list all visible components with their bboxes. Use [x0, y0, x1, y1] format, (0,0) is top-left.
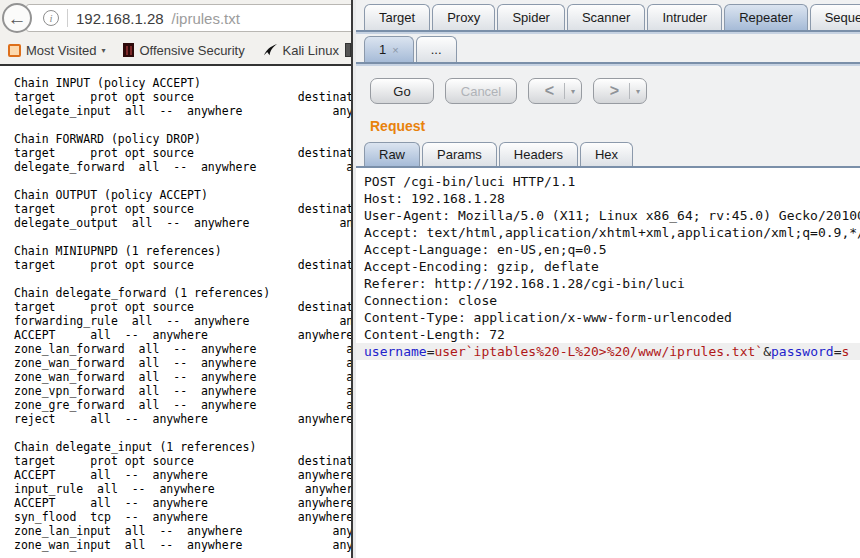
url-path: /iprules.txt — [172, 10, 240, 27]
tab-spider[interactable]: Spider — [497, 4, 565, 30]
go-button[interactable]: Go — [370, 78, 434, 104]
bookmarks-toolbar: Most Visited ▾ Offensive Security Kali L… — [0, 36, 351, 66]
request-headers-text[interactable]: POST /cgi-bin/luci HTTP/1.1 Host: 192.16… — [356, 168, 860, 343]
previous-arrow-icon: < — [535, 82, 564, 100]
tab-hex[interactable]: Hex — [580, 142, 633, 166]
chevron-down-icon: ▾ — [102, 46, 106, 55]
chevron-down-icon[interactable]: ▾ — [564, 83, 575, 99]
bookmark-label: Offensive Security — [139, 43, 244, 58]
offensive-security-icon — [123, 43, 134, 57]
bookmark-label: Most Visited — [26, 43, 97, 58]
bookmark-most-visited[interactable]: Most Visited ▾ — [8, 43, 106, 58]
bookmark-offensive-security[interactable]: Offensive Security — [123, 43, 244, 58]
tab-proxy[interactable]: Proxy — [432, 4, 495, 30]
iptables-page-text: Chain INPUT (policy ACCEPT) target prot … — [0, 66, 351, 558]
tab-repeater[interactable]: Repeater — [724, 4, 807, 30]
screen: ← i 192.168.1.28/iprules.txt Most Visite… — [0, 0, 860, 558]
url-separator — [67, 9, 68, 27]
repeater-tabbar: 1 × ... — [356, 36, 860, 64]
tab-intruder[interactable]: Intruder — [647, 4, 722, 30]
message-editor-tabbar: Raw Params Headers Hex — [356, 142, 860, 168]
bookmark-label: Kali Linux — [283, 43, 339, 58]
repeater-toolbar: Go Cancel < ▾ > ▾ — [356, 64, 860, 104]
next-arrow-icon: > — [600, 82, 629, 100]
firefox-window: ← i 192.168.1.28/iprules.txt Most Visite… — [0, 0, 353, 558]
url-bar[interactable]: i 192.168.1.28/iprules.txt — [26, 4, 351, 32]
request-body-text[interactable]: username=user`iptables%20-L%20>%20/www/i… — [356, 343, 860, 360]
request-editor[interactable]: POST /cgi-bin/luci HTTP/1.1 Host: 192.16… — [356, 168, 860, 558]
repeater-tab-more[interactable]: ... — [416, 36, 457, 62]
tab-raw[interactable]: Raw — [364, 142, 420, 166]
tab-scanner[interactable]: Scanner — [567, 4, 645, 30]
most-visited-icon — [8, 44, 21, 57]
bookmark-partial-icon[interactable] — [345, 43, 351, 57]
close-icon[interactable]: × — [392, 44, 398, 56]
chevron-down-icon[interactable]: ▾ — [629, 83, 640, 99]
next-request-button[interactable]: > ▾ — [593, 78, 647, 104]
repeater-tab-1[interactable]: 1 × — [364, 36, 414, 62]
url-host: 192.168.1.28 — [76, 10, 164, 27]
cancel-button[interactable]: Cancel — [445, 78, 517, 104]
back-button[interactable]: ← — [2, 3, 32, 33]
tab-headers[interactable]: Headers — [499, 142, 578, 166]
previous-request-button[interactable]: < ▾ — [528, 78, 582, 104]
tab-target[interactable]: Target — [364, 4, 430, 30]
burp-window: Target Proxy Spider Scanner Intruder Rep… — [353, 0, 860, 558]
bookmark-kali-linux[interactable]: Kali Linux — [263, 43, 339, 58]
tab-sequencer[interactable]: Sequencer — [810, 4, 860, 30]
firefox-navigation-toolbar: ← i 192.168.1.28/iprules.txt — [0, 0, 351, 36]
info-icon[interactable]: i — [43, 10, 59, 26]
burp-main-tabbar: Target Proxy Spider Scanner Intruder Rep… — [356, 0, 860, 32]
back-arrow-icon: ← — [8, 9, 27, 28]
kali-linux-icon — [263, 43, 278, 58]
request-section-title: Request — [370, 118, 860, 134]
tab-params[interactable]: Params — [422, 142, 497, 166]
